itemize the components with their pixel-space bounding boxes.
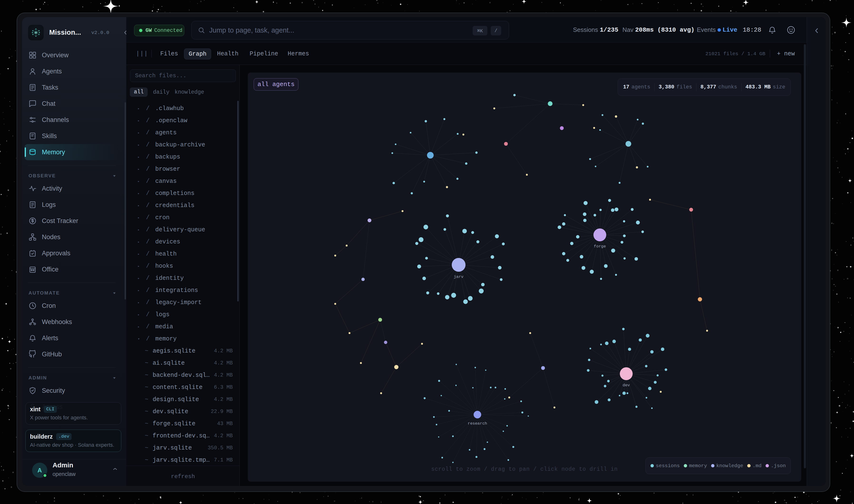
svg-text:forge: forge [594,244,606,249]
svg-text:research: research [468,421,487,426]
svg-text:dev: dev [623,383,630,388]
svg-text:jarv: jarv [454,274,464,279]
